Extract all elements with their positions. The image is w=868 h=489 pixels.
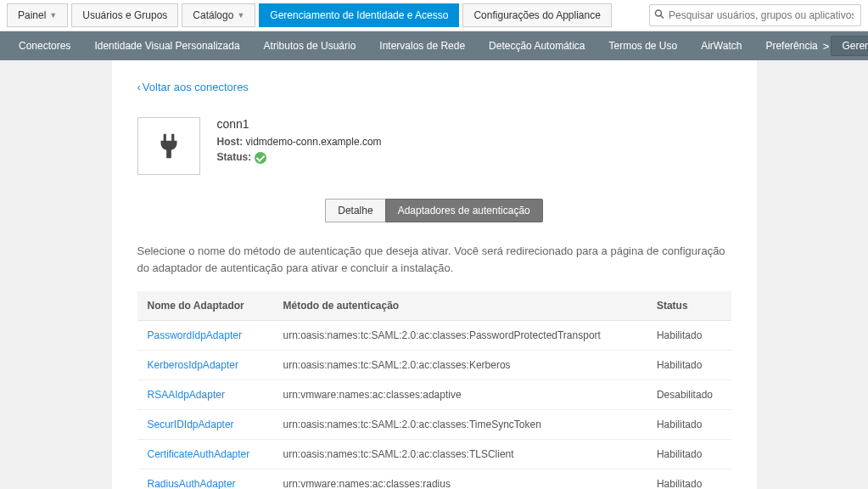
header-auth-method: Método de autenticação	[273, 291, 647, 321]
status-label: Status:	[217, 151, 252, 163]
nav-iam-label: Gerenciamento de Identidade e Acesso	[270, 9, 448, 21]
nav-users-label: Usuários e Grupos	[82, 9, 167, 21]
table-row: SecurIDIdpAdapterurn:oasis:names:tc:SAML…	[137, 410, 731, 440]
connector-info: conn1 Host: vidmdemo-conn.example.com St…	[217, 117, 382, 175]
adapter-link[interactable]: PasswordIdpAdapter	[148, 329, 242, 341]
connector-name: conn1	[217, 117, 382, 131]
instruction-text: Selecione o nome do método de autenticaç…	[137, 243, 731, 276]
auth-method-cell: urn:vmware:names:ac:classes:adaptive	[273, 380, 647, 410]
host-row: Host: vidmdemo-conn.example.com	[217, 136, 382, 148]
chevron-left-icon: ‹	[137, 81, 141, 93]
subnav-auto-detect[interactable]: Detecção Automática	[477, 33, 596, 59]
sub-nav: Conectores Identidade Visual Personaliza…	[0, 31, 868, 60]
subnav-prefs[interactable]: Preferência	[753, 33, 820, 59]
nav-appliance-label: Configurações do Appliance	[473, 9, 600, 21]
subnav-tos[interactable]: Termos de Uso	[596, 33, 689, 59]
svg-point-0	[656, 10, 662, 16]
header-status: Status	[647, 291, 731, 321]
search-box	[649, 4, 861, 26]
nav-catalog[interactable]: Catálogo ▼	[182, 3, 255, 27]
adapter-link[interactable]: SecurIDIdpAdapter	[148, 419, 234, 430]
tab-row: Detalhe Adaptadores de autenticação	[137, 199, 731, 222]
subnav-net-ranges[interactable]: Intervalos de Rede	[367, 33, 477, 59]
nav-users-groups[interactable]: Usuários e Grupos	[71, 3, 178, 27]
adapter-link[interactable]: CertificateAuthAdapter	[148, 448, 250, 460]
nav-iam[interactable]: Gerenciamento de Identidade e Acesso	[259, 3, 459, 27]
back-link[interactable]: ‹ Voltar aos conectores	[137, 81, 249, 93]
content-panel: ‹ Voltar aos conectores conn1 Host: vidm…	[112, 60, 757, 489]
back-link-label: Voltar aos conectores	[143, 81, 249, 93]
status-cell: Habilitado	[647, 469, 731, 490]
plug-icon	[153, 130, 185, 162]
search-input[interactable]	[649, 4, 861, 26]
overflow-indicator: >	[821, 40, 832, 53]
table-header-row: Nome do Adaptador Método de autenticação…	[137, 291, 731, 321]
table-row: KerberosIdpAdapterurn:oasis:names:tc:SAM…	[137, 351, 731, 380]
top-bar: Painel ▼ Usuários e Grupos Catálogo ▼ Ge…	[0, 0, 868, 31]
content-wrap: ‹ Voltar aos conectores conn1 Host: vidm…	[0, 60, 868, 489]
connector-icon	[137, 117, 200, 175]
svg-line-1	[661, 15, 664, 19]
host-label: Host:	[217, 136, 244, 148]
header-adapter-name: Nome do Adaptador	[137, 291, 273, 321]
status-cell: Habilitado	[647, 410, 731, 440]
tab-auth-adapters[interactable]: Adaptadores de autenticação	[385, 199, 543, 222]
connector-header: conn1 Host: vidmdemo-conn.example.com St…	[137, 117, 731, 175]
adapter-table: Nome do Adaptador Método de autenticação…	[137, 291, 731, 489]
chevron-down-icon: ▼	[49, 11, 57, 20]
auth-method-cell: urn:oasis:names:tc:SAML:2.0:ac:classes:K…	[273, 351, 647, 380]
nav-appliance[interactable]: Configurações do Appliance	[462, 3, 611, 27]
subnav-branding[interactable]: Identidade Visual Personalizada	[82, 33, 251, 59]
table-row: PasswordIdpAdapterurn:oasis:names:tc:SAM…	[137, 321, 731, 351]
nav-panel-label: Painel	[18, 9, 46, 21]
subnav-airwatch[interactable]: AirWatch	[689, 33, 753, 59]
subnav-user-attrs[interactable]: Atributos de Usuário	[252, 33, 368, 59]
status-ok-icon	[255, 152, 266, 164]
subnav-connectors[interactable]: Conectores	[7, 33, 82, 59]
adapter-link[interactable]: RadiusAuthAdapter	[148, 478, 236, 489]
status-cell: Habilitado	[647, 321, 731, 351]
adapter-link[interactable]: RSAAIdpAdapter	[148, 389, 225, 401]
search-icon	[654, 9, 664, 22]
auth-method-cell: urn:oasis:names:tc:SAML:2.0:ac:classes:T…	[273, 410, 647, 440]
status-row: Status:	[217, 151, 382, 164]
table-row: RadiusAuthAdapterurn:vmware:names:ac:cla…	[137, 469, 731, 490]
auth-method-cell: urn:oasis:names:tc:SAML:2.0:ac:classes:T…	[273, 440, 647, 469]
manage-button[interactable]: Gerenciar	[831, 36, 868, 56]
status-cell: Habilitado	[647, 440, 731, 469]
nav-catalog-label: Catálogo	[193, 9, 233, 21]
table-row: RSAAIdpAdapterurn:vmware:names:ac:classe…	[137, 380, 731, 410]
status-cell: Desabilitado	[647, 380, 731, 410]
status-cell: Habilitado	[647, 351, 731, 380]
auth-method-cell: urn:oasis:names:tc:SAML:2.0:ac:classes:P…	[273, 321, 647, 351]
tab-detail[interactable]: Detalhe	[325, 199, 384, 222]
nav-panel[interactable]: Painel ▼	[7, 3, 68, 27]
auth-method-cell: urn:vmware:names:ac:classes:radius	[273, 469, 647, 490]
host-value: vidmdemo-conn.example.com	[246, 136, 382, 148]
adapter-link[interactable]: KerberosIdpAdapter	[148, 359, 238, 371]
table-row: CertificateAuthAdapterurn:oasis:names:tc…	[137, 440, 731, 469]
subnav-actions: Gerenciar Instalar	[831, 36, 868, 56]
chevron-down-icon: ▼	[237, 11, 244, 20]
